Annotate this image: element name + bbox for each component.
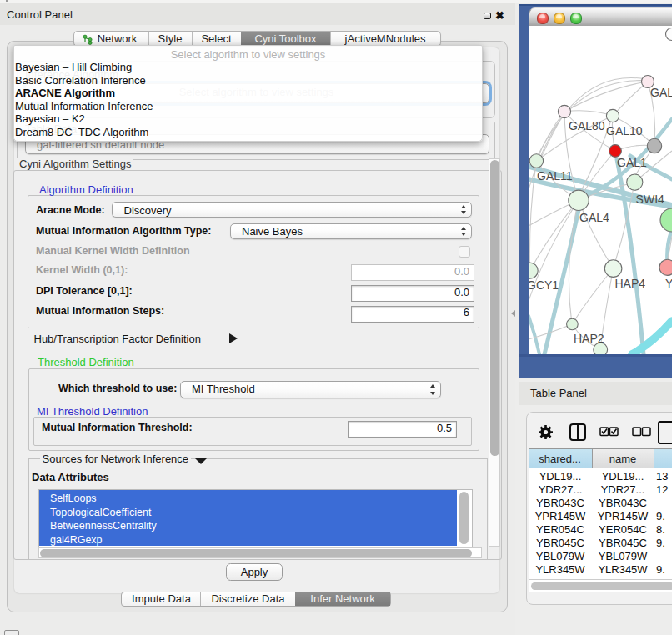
svg-text:HAP4: HAP4 [615, 277, 646, 290]
svg-text:GAL1: GAL1 [617, 156, 647, 169]
svg-text:Y: Y [665, 277, 672, 290]
svg-text:SWI4: SWI4 [636, 192, 664, 206]
svg-text:GCY1: GCY1 [529, 278, 559, 292]
svg-text:GAL4: GAL4 [579, 211, 609, 224]
svg-text:GAL10: GAL10 [606, 124, 643, 138]
svg-text:GAL7: GAL7 [650, 86, 672, 99]
svg-text:HAP2: HAP2 [574, 332, 604, 345]
svg-text:GAL11: GAL11 [537, 169, 573, 182]
svg-text:GAL80: GAL80 [569, 119, 605, 132]
